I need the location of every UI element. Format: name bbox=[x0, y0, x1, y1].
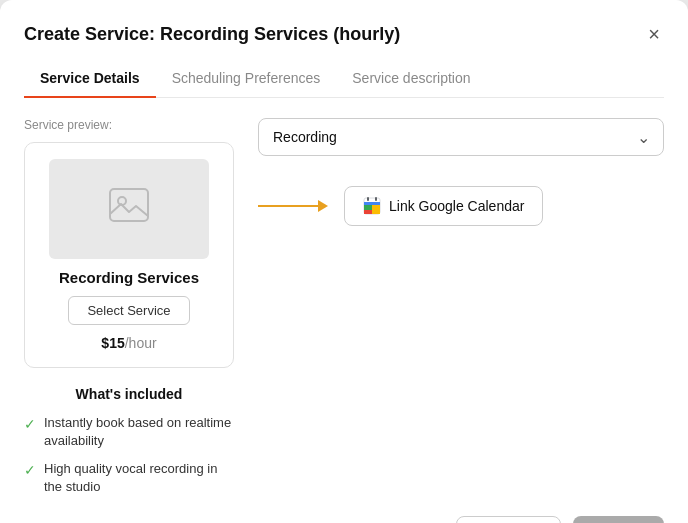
recording-dropdown-wrapper: Recording ⌄ bbox=[258, 118, 664, 156]
included-item-2: ✓ High quality vocal recording in the st… bbox=[24, 460, 234, 496]
service-card: Recording Services Select Service $15/ho… bbox=[24, 142, 234, 368]
service-preview-label: Service preview: bbox=[24, 118, 234, 132]
check-icon-2: ✓ bbox=[24, 461, 36, 481]
service-price: $15/hour bbox=[101, 335, 156, 351]
link-calendar-label: Link Google Calendar bbox=[389, 198, 524, 214]
tab-scheduling-preferences[interactable]: Scheduling Preferences bbox=[156, 60, 337, 98]
svg-rect-6 bbox=[364, 210, 372, 214]
svg-rect-8 bbox=[375, 197, 377, 201]
tab-service-details[interactable]: Service Details bbox=[24, 60, 156, 98]
save-button[interactable]: Save bbox=[573, 516, 664, 523]
link-google-calendar-button[interactable]: Link Google Calendar bbox=[344, 186, 543, 226]
included-item-text-1: Instantly book based on realtime availab… bbox=[44, 414, 234, 450]
modal-footer: Cancel Save bbox=[0, 496, 688, 523]
included-items-list: ✓ Instantly book based on realtime avail… bbox=[24, 414, 234, 497]
svg-rect-5 bbox=[372, 205, 380, 214]
left-panel: Service preview: Recording Services Sele… bbox=[24, 118, 234, 497]
modal-title: Create Service: Recording Services (hour… bbox=[24, 24, 400, 45]
calendar-section: Link Google Calendar bbox=[258, 186, 664, 226]
modal-header: Create Service: Recording Services (hour… bbox=[0, 0, 688, 48]
service-name: Recording Services bbox=[59, 269, 199, 286]
modal-body: Service preview: Recording Services Sele… bbox=[0, 98, 688, 497]
arrow-head bbox=[318, 200, 328, 212]
cancel-button[interactable]: Cancel bbox=[456, 516, 561, 523]
tab-service-description[interactable]: Service description bbox=[336, 60, 486, 98]
svg-rect-3 bbox=[364, 202, 380, 205]
create-service-modal: Create Service: Recording Services (hour… bbox=[0, 0, 688, 523]
included-item-text-2: High quality vocal recording in the stud… bbox=[44, 460, 234, 496]
svg-rect-7 bbox=[367, 197, 369, 201]
service-image-placeholder bbox=[49, 159, 209, 259]
whats-included-section: What's included ✓ Instantly book based o… bbox=[24, 386, 234, 497]
right-panel: Recording ⌄ bbox=[258, 118, 664, 497]
included-item-1: ✓ Instantly book based on realtime avail… bbox=[24, 414, 234, 450]
select-service-button[interactable]: Select Service bbox=[68, 296, 189, 325]
google-calendar-icon bbox=[363, 197, 381, 215]
tab-bar: Service Details Scheduling Preferences S… bbox=[24, 60, 664, 98]
close-button[interactable]: × bbox=[644, 20, 664, 48]
arrow-shaft bbox=[258, 205, 318, 207]
recording-dropdown[interactable]: Recording bbox=[258, 118, 664, 156]
svg-rect-0 bbox=[110, 189, 148, 221]
arrow-decoration bbox=[258, 200, 328, 212]
check-icon-1: ✓ bbox=[24, 415, 36, 435]
image-icon bbox=[109, 188, 149, 230]
whats-included-title: What's included bbox=[24, 386, 234, 402]
